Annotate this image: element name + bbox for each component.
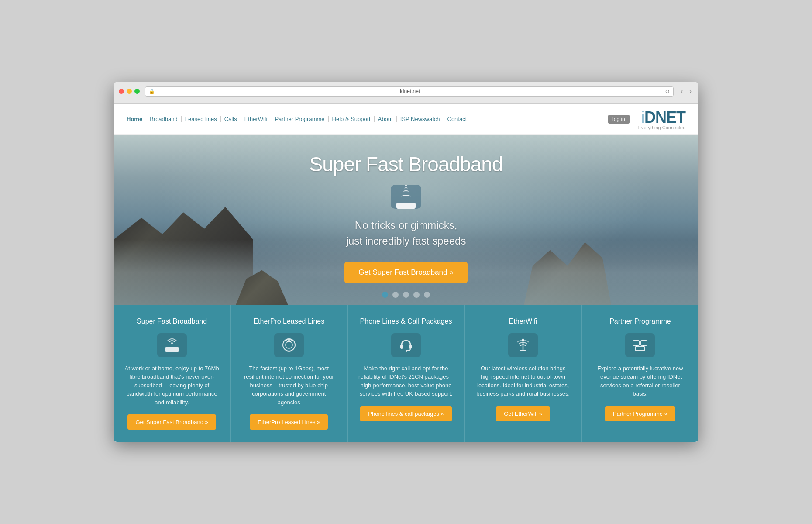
service-broadband-btn[interactable]: Get Super Fast Broadband » <box>127 414 216 430</box>
forward-button[interactable]: › <box>688 87 693 95</box>
services-section: Super Fast Broadband At work or at home,… <box>114 305 698 442</box>
nav-about[interactable]: About <box>375 116 397 122</box>
browser-window: 🔒 idnet.net ↻ ‹ › Home Broadband Leased … <box>114 82 698 442</box>
nav-home[interactable]: Home <box>127 116 146 122</box>
service-leased-desc: The fastest (up to 1Gbps), most resilien… <box>241 364 337 407</box>
service-phone: Phone Lines & Call Packages Make the rig… <box>348 305 464 442</box>
minimize-button[interactable] <box>127 89 132 94</box>
hero-dot-3[interactable] <box>403 292 409 298</box>
logo-text: iDNET <box>638 108 685 127</box>
browser-nav: ‹ › <box>679 87 693 95</box>
hero-carousel-dots <box>114 292 698 298</box>
nav-calls[interactable]: Calls <box>221 116 241 122</box>
svg-rect-12 <box>641 341 647 345</box>
wifi-wave-medium <box>403 190 409 194</box>
nav-contact[interactable]: Contact <box>444 116 471 122</box>
top-navigation: Home Broadband Leased lines Calls EtherW… <box>114 104 698 135</box>
leased-line-icon <box>280 337 298 353</box>
back-button[interactable]: ‹ <box>679 87 685 95</box>
website-content: Home Broadband Leased lines Calls EtherW… <box>114 104 698 442</box>
wifi-waves <box>401 185 411 200</box>
nav-broadband[interactable]: Broadband <box>146 116 182 122</box>
browser-chrome: 🔒 idnet.net ↻ ‹ › <box>114 82 698 104</box>
service-partner-title: Partner Programme <box>592 317 688 325</box>
partner-icon <box>631 337 649 353</box>
close-button[interactable] <box>119 89 124 94</box>
nav-help[interactable]: Help & Support <box>329 116 375 122</box>
service-broadband-icon <box>157 333 187 357</box>
service-leased-title: EtherPro Leased Lines <box>241 317 337 325</box>
nav-newswatch[interactable]: ISP Newswatch <box>397 116 444 122</box>
service-phone-icon <box>391 333 421 357</box>
service-wifi-btn[interactable]: Get EtherWifi » <box>496 406 550 421</box>
hero-banner: Super Fast Broadband No tricks or gimmic… <box>114 135 698 305</box>
service-leased-icon <box>274 333 304 357</box>
nav-leased-lines[interactable]: Leased lines <box>182 116 221 122</box>
service-partner-desc: Explore a potentially lucrative new reve… <box>592 364 688 398</box>
svg-rect-13 <box>635 347 645 351</box>
hero-title: Super Fast Broadband <box>114 152 698 176</box>
service-broadband: Super Fast Broadband At work or at home,… <box>114 305 231 442</box>
hero-subtitle-line1: No tricks or gimmicks, <box>355 219 458 231</box>
nav-links: Home Broadband Leased lines Calls EtherW… <box>127 116 470 122</box>
service-wifi: EtherWifi Our latest wireless solution b… <box>465 305 582 442</box>
service-leased-btn[interactable]: EtherPro Leased Lines » <box>250 414 328 430</box>
svg-rect-5 <box>400 345 403 349</box>
address-bar[interactable]: 🔒 idnet.net ↻ <box>145 86 674 97</box>
service-partner: Partner Programme Explore a potentially … <box>582 305 698 442</box>
service-broadband-title: Super Fast Broadband <box>124 317 220 325</box>
nav-etherwifi[interactable]: EtherWifi <box>241 116 272 122</box>
hero-subtitle-line2: just incredibly fast speeds <box>346 235 466 247</box>
reload-icon[interactable]: ↻ <box>665 88 670 95</box>
wifi-wave-small <box>404 187 408 190</box>
service-phone-title: Phone Lines & Call Packages <box>358 317 454 325</box>
svg-rect-0 <box>165 347 179 352</box>
wifi-dot <box>405 185 407 186</box>
lock-icon: 🔒 <box>149 89 155 94</box>
svg-rect-11 <box>633 341 639 345</box>
logo-dnet: DNET <box>644 108 685 126</box>
hero-dot-2[interactable] <box>392 292 399 298</box>
service-wifi-desc: Our latest wireless solution brings high… <box>475 364 571 398</box>
service-partner-btn[interactable]: Partner Programme » <box>605 406 675 421</box>
maximize-button[interactable] <box>134 89 140 94</box>
login-button[interactable]: log in <box>608 115 630 124</box>
hero-wifi-icon <box>391 185 421 209</box>
service-broadband-desc: At work or at home, enjoy up to 76Mb fib… <box>124 364 220 407</box>
hero-subtitle: No tricks or gimmicks, just incredibly f… <box>114 217 698 249</box>
svg-point-1 <box>171 342 173 344</box>
service-phone-desc: Make the right call and opt for the reli… <box>358 364 454 398</box>
service-leased: EtherPro Leased Lines The fastest (up to… <box>231 305 348 442</box>
top-nav-right: log in iDNET Everything Connected <box>608 108 685 130</box>
service-wifi-icon <box>508 333 538 357</box>
service-partner-icon <box>625 333 655 357</box>
logo-tagline: Everything Connected <box>638 125 685 130</box>
hero-dot-5[interactable] <box>424 292 430 298</box>
service-wifi-title: EtherWifi <box>475 317 571 325</box>
headset-icon <box>397 337 415 353</box>
svg-point-10 <box>522 339 524 341</box>
service-phone-btn[interactable]: Phone lines & call packages » <box>360 406 451 421</box>
traffic-lights <box>119 89 140 94</box>
svg-point-3 <box>286 341 292 348</box>
logo: iDNET Everything Connected <box>638 108 685 130</box>
address-text: idnet.net <box>158 88 662 94</box>
hero-dot-1[interactable] <box>382 292 388 298</box>
wifi-wave-large <box>401 195 411 200</box>
nav-partner[interactable]: Partner Programme <box>271 116 328 122</box>
router-icon <box>163 337 181 353</box>
hero-dot-4[interactable] <box>413 292 420 298</box>
svg-rect-6 <box>409 345 412 349</box>
svg-point-7 <box>406 350 407 352</box>
router-body <box>396 203 416 209</box>
hero-cta-button[interactable]: Get Super Fast Broadband » <box>344 262 467 283</box>
hero-content: Super Fast Broadband No tricks or gimmic… <box>114 135 698 298</box>
tower-icon <box>514 337 532 353</box>
